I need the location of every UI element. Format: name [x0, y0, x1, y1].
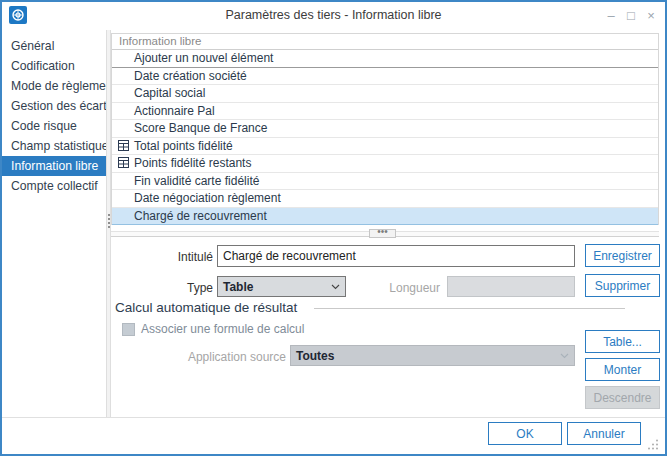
- list-row-label: Date création société: [134, 69, 247, 83]
- sidebar-item[interactable]: Compte collectif: [2, 176, 106, 196]
- list-row-label: Points fidélité restants: [134, 156, 251, 170]
- list-row[interactable]: Actionnaire Pal: [112, 103, 658, 121]
- application-source-select: Toutes: [290, 345, 575, 366]
- list-row[interactable]: Score Banque de France: [112, 120, 658, 138]
- type-label: Type: [152, 280, 213, 296]
- formule-checkbox-label: Associer une formule de calcul: [141, 322, 304, 336]
- list-row[interactable]: Capital social: [112, 85, 658, 103]
- title-bar: Paramètres des tiers - Information libre…: [2, 2, 665, 29]
- supprimer-button[interactable]: Supprimer: [585, 274, 660, 297]
- table-icon: [118, 140, 130, 152]
- list-row-label: Date négociation règlement: [134, 191, 281, 205]
- information-libre-list: Information libre Ajouter un nouvel élém…: [111, 33, 659, 225]
- sidebar-item[interactable]: Général: [2, 36, 106, 56]
- minimize-icon[interactable]: –: [601, 6, 621, 25]
- list-row-label: Fin validité carte fidélité: [134, 174, 259, 188]
- monter-button[interactable]: Monter: [585, 358, 660, 381]
- type-select-value: Table: [223, 280, 253, 294]
- list-row[interactable]: Fin validité carte fidélité: [112, 173, 658, 191]
- calc-section-title: Calcul automatique de résultat: [115, 300, 297, 315]
- list-row[interactable]: Date négociation règlement: [112, 190, 658, 208]
- longueur-input: [447, 276, 575, 297]
- splitter-handle[interactable]: •••: [369, 229, 396, 238]
- application-source-value: Toutes: [296, 349, 334, 363]
- list-row[interactable]: Date création société: [112, 68, 658, 86]
- descendre-button: Descendre: [585, 386, 660, 409]
- window-title: Paramètres des tiers - Information libre: [2, 8, 665, 22]
- table-icon: [118, 157, 130, 169]
- maximize-icon[interactable]: □: [621, 6, 641, 25]
- chevron-down-icon: [560, 353, 569, 359]
- sidebar-item[interactable]: Champ statistique: [2, 136, 106, 156]
- window-controls: – □ ×: [601, 6, 661, 25]
- sidebar-item[interactable]: Information libre: [2, 156, 106, 176]
- close-icon[interactable]: ×: [641, 6, 661, 25]
- formule-checkbox: [122, 323, 135, 336]
- list-rows: Ajouter un nouvel élémentDate création s…: [112, 50, 658, 225]
- enregistrer-button[interactable]: Enregistrer: [585, 244, 660, 267]
- ok-button[interactable]: OK: [488, 422, 562, 445]
- list-row-label: Chargé de recouvrement: [134, 209, 267, 223]
- list-row-label: Score Banque de France: [134, 121, 267, 135]
- intitule-label: Intitulé: [122, 249, 213, 265]
- sidebar-item[interactable]: Code risque: [2, 116, 106, 136]
- resize-grip-icon[interactable]: [648, 439, 659, 453]
- footer-divider: [2, 417, 665, 418]
- list-row[interactable]: Chargé de recouvrement: [112, 208, 658, 226]
- sidebar: GénéralCodificationMode de règlementGest…: [2, 30, 106, 417]
- list-row-label: Total points fidélité: [134, 139, 233, 153]
- dialog-window: Paramètres des tiers - Information libre…: [0, 0, 667, 456]
- longueur-label: Longueur: [342, 280, 440, 296]
- annuler-button[interactable]: Annuler: [567, 422, 641, 445]
- sidebar-item[interactable]: Codification: [2, 56, 106, 76]
- list-row[interactable]: Points fidélité restants: [112, 155, 658, 173]
- application-source-label: Application source: [186, 349, 286, 365]
- list-row-label: Capital social: [134, 86, 205, 100]
- list-add-row[interactable]: Ajouter un nouvel élément: [112, 50, 658, 68]
- table-button[interactable]: Table...: [585, 330, 660, 353]
- list-row[interactable]: Total points fidélité: [112, 138, 658, 156]
- list-row-label: Ajouter un nouvel élément: [134, 51, 273, 65]
- type-select[interactable]: Table: [217, 276, 346, 297]
- intitule-input[interactable]: [217, 245, 575, 267]
- list-row-label: Actionnaire Pal: [134, 104, 215, 118]
- splitter-grip-icon: [107, 214, 110, 228]
- sidebar-item[interactable]: Mode de règlement: [2, 76, 106, 96]
- list-header: Information libre: [112, 34, 658, 50]
- chevron-down-icon: [331, 284, 340, 290]
- section-divider: [314, 308, 625, 309]
- sidebar-item[interactable]: Gestion des écarts: [2, 96, 106, 116]
